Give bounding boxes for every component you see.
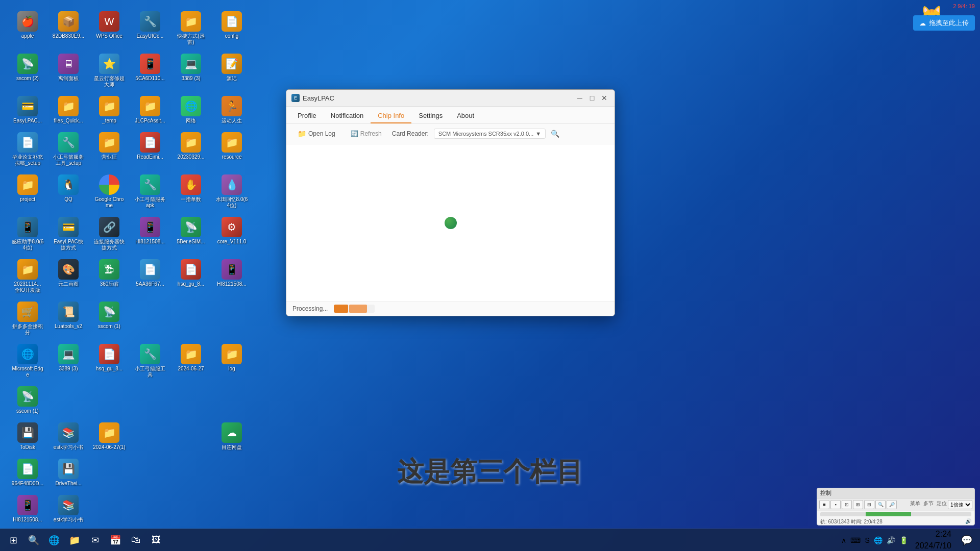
desktop-icon-5aa[interactable]: 📄 5AA36F67... bbox=[132, 257, 168, 295]
taskbar-photos[interactable]: 🖼 bbox=[147, 531, 165, 549]
desktop-icon-todisk[interactable]: 💾 ToDisk bbox=[9, 420, 46, 453]
desktop-icon-temp[interactable]: 📁 _temp bbox=[91, 94, 128, 126]
desktop-icon-date0627b[interactable]: 📁 2024-06-27(1) bbox=[91, 420, 128, 453]
taskbar-edge[interactable]: 🌐 bbox=[45, 531, 63, 549]
tray-network[interactable]: 🌐 bbox=[873, 535, 884, 545]
tray-ime[interactable]: S bbox=[864, 535, 870, 545]
tab-chipinfo[interactable]: Chip Info bbox=[371, 109, 411, 123]
taskbar-store[interactable]: 🛍 bbox=[127, 531, 145, 549]
desktop-icon-hi3[interactable]: 📱 HI8121508... bbox=[9, 493, 46, 525]
desktop-icon-run[interactable]: 🏃 运动人生 bbox=[213, 94, 250, 126]
desktop-icon-2030329[interactable]: 📁 20230329... bbox=[173, 130, 209, 168]
taskbar-calendar[interactable]: 📅 bbox=[106, 531, 125, 549]
desktop-icon-qq[interactable]: 🐧 QQ bbox=[50, 172, 87, 211]
desktop-icon-readme[interactable]: 📄 ReadEimi... bbox=[132, 130, 168, 168]
desktop-icon-easyuicc[interactable]: 🔧 EasyUICc... bbox=[132, 9, 168, 47]
desktop-icon-xiaogong2[interactable]: 🔧 小工弓箭服工具 bbox=[132, 342, 168, 380]
desktop-icon-net[interactable]: 🌐 网络 bbox=[173, 94, 209, 126]
desktop-icon-yunji[interactable]: 📝 源记 bbox=[213, 52, 250, 90]
taskbar-clock[interactable]: 2:24 2024/7/10 bbox=[911, 529, 955, 551]
desktop-icon-wangjia[interactable]: ☁ 目连网盘 bbox=[213, 420, 250, 453]
taskbar-search[interactable]: 🔍 bbox=[24, 531, 43, 549]
tray-chevron[interactable]: ∧ bbox=[840, 535, 847, 545]
speed-select[interactable]: 1倍速 bbox=[948, 500, 972, 509]
desktop-icon-core[interactable]: ⚙ core_V111.0 bbox=[213, 215, 250, 253]
upload-button[interactable]: ☁ 拖拽至此上传 bbox=[913, 15, 975, 31]
desktop-icon-work[interactable]: 📄 毕业论文补充拟稿_setup bbox=[9, 130, 46, 168]
desktop-icon-2023dev[interactable]: 📁 20231114... 全IO开发版 bbox=[9, 257, 46, 295]
desktop-icon-ctrl[interactable]: 🖥 离制面板 bbox=[50, 52, 87, 90]
open-log-button[interactable]: 📁 Open Log bbox=[292, 128, 340, 140]
window-close-button[interactable]: ✕ bbox=[599, 93, 609, 103]
5ber-icon-label: 5Ber.eSIM... bbox=[177, 239, 205, 245]
cp-btn-4[interactable]: ⊞ bbox=[853, 500, 863, 509]
cp-btn-2[interactable]: ▪ bbox=[830, 500, 841, 509]
window-minimize-button[interactable]: ─ bbox=[575, 93, 585, 103]
tab-profile[interactable]: Profile bbox=[290, 109, 324, 123]
card-reader-select[interactable]: SCM Microsystems SCR35xx v2.0.0... ▼ bbox=[434, 129, 546, 139]
desktop-icon-easylpac2[interactable]: 💳 EasyLPAC... bbox=[9, 94, 46, 126]
desktop-icon-5ca[interactable]: 📱 5CA6D110... bbox=[132, 52, 168, 90]
desktop-icon-xia[interactable]: 🔧 小工弓箭服务工具_setup bbox=[50, 130, 87, 168]
desktop-icon-drivethief[interactable]: 💾 DriveThei... bbox=[50, 457, 87, 489]
desktop-icon-sscom1b[interactable]: 📡 sscom (1) bbox=[9, 384, 46, 416]
desktop-icon-5ber[interactable]: 📡 5Ber.eSIM... bbox=[173, 215, 209, 253]
desktop-icon-hi2b[interactable]: 📱 HI8121508... bbox=[213, 257, 250, 295]
desktop-icon-id964[interactable]: 📄 964F48D0D... bbox=[9, 457, 46, 489]
search-icon[interactable]: 🔍 bbox=[551, 130, 559, 138]
desktop-icon-lua[interactable]: 📜 Luatools_v2 bbox=[50, 299, 87, 338]
window-maximize-button[interactable]: □ bbox=[587, 93, 597, 103]
desktop-icon-lianwei[interactable]: 🔗 连接服务器快捷方式 bbox=[91, 215, 128, 253]
cp-btn-1[interactable]: ■ bbox=[819, 500, 829, 509]
start-button[interactable]: ⊞ bbox=[4, 531, 22, 549]
desktop-icon-3389[interactable]: 💻 3389 (3) bbox=[173, 52, 209, 90]
tab-notification[interactable]: Notification bbox=[324, 109, 371, 123]
desktop-icon-hi1[interactable]: 📱 HI8121508... bbox=[132, 215, 168, 253]
desktop-icon-huitui[interactable]: 💧 水田回忆8.0(64位) bbox=[213, 172, 250, 211]
desktop-icon-s360[interactable]: 🗜 360压缩 bbox=[91, 257, 128, 295]
desktop-icon-log[interactable]: 📁 log bbox=[213, 342, 250, 380]
desktop-icon-jlcpc[interactable]: 📁 JLCPcAssit... bbox=[132, 94, 168, 126]
desktop-icon-yizhi2[interactable]: ✋ 一指单数 bbox=[173, 172, 209, 211]
desktop-icon-filesq[interactable]: 📁 files_Quick... bbox=[50, 94, 87, 126]
desktop-icon-3389b[interactable]: 💻 3389 (3) bbox=[50, 342, 87, 380]
taskbar-notifications[interactable]: 💬 bbox=[958, 531, 976, 549]
desktop-icon-wps[interactable]: W WPS Office bbox=[91, 9, 128, 47]
desktop-icon-hsq3[interactable]: 📄 hsq_gu_8... bbox=[91, 342, 128, 380]
desktop-icon-zip1[interactable]: 📦 82DB830E9... bbox=[50, 9, 87, 47]
desktop-icon-date0627[interactable]: 📁 2024-06-27 bbox=[173, 342, 209, 380]
desktop-icon-easylpac3[interactable]: 💳 EasyLPAC快捷方式 bbox=[50, 215, 87, 253]
desktop-icon-estk[interactable]: 📚 estk学习小书 bbox=[50, 420, 87, 453]
desktop-icon-chrome[interactable]: Google Chrome bbox=[91, 172, 128, 211]
cp-btn-6[interactable]: 🔍 bbox=[875, 500, 886, 509]
desktop-icon-hsq2[interactable]: 📄 hsq_gu_8... bbox=[173, 257, 209, 295]
tab-about[interactable]: About bbox=[450, 109, 481, 123]
tab-settings[interactable]: Settings bbox=[411, 109, 450, 123]
desktop-icon-edge[interactable]: 🌐 Microsoft Edge bbox=[9, 342, 46, 380]
refresh-icon: 🔄 bbox=[351, 130, 358, 137]
taskbar-mail[interactable]: ✉ bbox=[86, 531, 104, 549]
desktop-icon-sscom1[interactable]: 📡 sscom (1) bbox=[91, 299, 128, 338]
tray-keyboard[interactable]: ⌨ bbox=[849, 535, 862, 545]
cp-btn-5[interactable]: ⊟ bbox=[864, 500, 874, 509]
desktop-icon-project[interactable]: 📁 project bbox=[9, 172, 46, 211]
desktop-icon-star1[interactable]: ⭐ 星云行客修超大师 bbox=[91, 52, 128, 90]
cp-btn-7[interactable]: 🔎 bbox=[887, 500, 897, 509]
cp-btn-3[interactable]: ⊡ bbox=[842, 500, 852, 509]
desktop-icon-iye2[interactable]: 📁 营业证 bbox=[91, 130, 128, 168]
desktop-icon-yizhifu[interactable]: 📱 感应助手8.0(64位) bbox=[9, 215, 46, 253]
desktop-icon-folder1[interactable]: 📁 快捷方式(迅雷) bbox=[173, 9, 209, 47]
refresh-button[interactable]: 🔄 Refresh bbox=[346, 128, 387, 139]
desktop-icon-pinyin[interactable]: 🛒 拼多多金接积分 bbox=[9, 299, 46, 338]
desktop-icon-sscom2[interactable]: 📡 sscom (2) bbox=[9, 52, 46, 90]
desktop-icon-resource[interactable]: 📁 resource bbox=[213, 130, 250, 168]
tray-volume[interactable]: 🔊 bbox=[886, 535, 896, 545]
taskbar-file-explorer[interactable]: 📁 bbox=[65, 531, 84, 549]
desktop-icon-estk2[interactable]: 📚 estk学习小书 bbox=[50, 493, 87, 525]
desktop-icon-apple[interactable]: 🍎 apple bbox=[9, 9, 46, 47]
desktop-icon-config[interactable]: 📄 config bbox=[213, 9, 250, 47]
tray-battery[interactable]: 🔋 bbox=[898, 535, 909, 545]
desktop-icon-yuan2[interactable]: 🎨 元二画图 bbox=[50, 257, 87, 295]
top-right-info: 2 9/4: 19 bbox=[953, 3, 975, 9]
desktop-icon-xiaogong[interactable]: 🔧 小工弓箭服务apk bbox=[132, 172, 168, 211]
